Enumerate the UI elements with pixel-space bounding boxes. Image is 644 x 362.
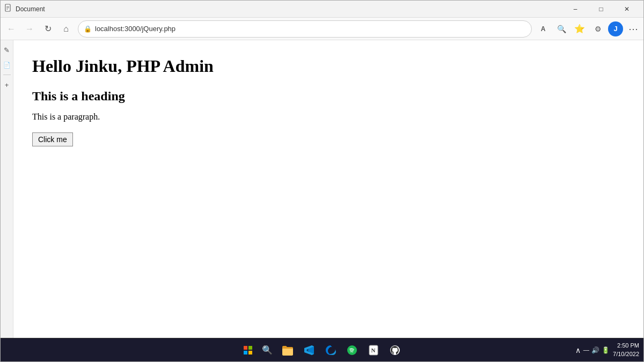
home-button[interactable]: ⌂ [57, 20, 75, 38]
address-bar: 🔒 [78, 20, 532, 38]
minimize-button[interactable]: – [563, 1, 588, 18]
sidebar-add-icon: + [5, 81, 9, 89]
taskbar-explorer-icon[interactable] [278, 341, 297, 360]
page-heading2: This is a heading [32, 89, 627, 104]
sound-icon: 🔊 [591, 346, 599, 354]
home-icon: ⌂ [63, 24, 69, 34]
start-button[interactable] [239, 342, 257, 359]
maximize-button[interactable]: □ [589, 1, 613, 18]
taskbar-right: ∧ ⸻ 🔊 🔋 2:50 PM 7/10/2022 [575, 342, 639, 358]
toolbar-right: A 🔍 ⭐ ⚙ J ⋯ [535, 21, 641, 37]
title-bar-left: Document [5, 4, 45, 14]
browser-sidebar: ✎ 📄 + [1, 40, 13, 338]
read-mode-button[interactable]: A [535, 21, 551, 37]
back-button[interactable]: ← [3, 20, 20, 38]
taskbar-vscode-icon[interactable] [299, 341, 319, 360]
svg-rect-6 [244, 351, 247, 354]
page-heading1: Hello Jinku, PHP Admin [32, 56, 627, 76]
svg-rect-4 [244, 346, 247, 350]
svg-text:N: N [371, 347, 376, 353]
browser-body: ✎ 📄 + Hello Jinku, PHP Admin This is a h… [1, 40, 643, 338]
browser-toolbar: ← → ↻ ⌂ 🔒 A 🔍 ⭐ ⚙ [1, 18, 643, 40]
back-icon: ← [7, 24, 16, 34]
taskbar-search-icon: 🔍 [262, 345, 273, 355]
taskbar: 🔍 [1, 338, 643, 361]
favorites-button[interactable]: ⭐ [572, 21, 588, 37]
forward-button[interactable]: → [21, 20, 38, 38]
taskbar-github-icon[interactable] [385, 341, 405, 360]
extensions-button[interactable]: ⚙ [590, 21, 606, 37]
reload-icon: ↻ [45, 24, 52, 34]
search-icon: 🔍 [557, 25, 566, 33]
forward-icon: → [25, 24, 34, 34]
reload-button[interactable]: ↻ [39, 20, 56, 38]
more-button[interactable]: ⋯ [625, 21, 641, 37]
window-title: Document [16, 5, 45, 13]
taskbar-notion-icon[interactable]: N [364, 341, 383, 360]
address-input[interactable] [95, 25, 526, 33]
browser-window: Document – □ ✕ ← → ↻ ⌂ 🔒 A [0, 0, 644, 362]
clock-time: 2:50 PM [613, 342, 639, 350]
extensions-icon: ⚙ [595, 25, 602, 33]
sidebar-favorites-icon: ✎ [4, 46, 10, 54]
taskbar-edge-icon[interactable] [321, 341, 340, 360]
wifi-icon: ⸻ [583, 346, 589, 354]
system-tray: ∧ ⸻ 🔊 🔋 [575, 346, 610, 354]
sidebar-add-button[interactable]: + [2, 79, 12, 90]
search-button[interactable]: 🔍 [553, 21, 569, 37]
taskbar-clock[interactable]: 2:50 PM 7/10/2022 [613, 342, 639, 358]
svg-rect-5 [248, 346, 252, 350]
more-icon: ⋯ [628, 23, 639, 35]
web-content: Hello Jinku, PHP Admin This is a heading… [13, 40, 643, 338]
close-button[interactable]: ✕ [614, 1, 639, 18]
sidebar-history-icon: 📄 [3, 62, 11, 69]
taskbar-center: 🔍 [239, 341, 405, 360]
title-bar: Document – □ ✕ [1, 1, 643, 18]
favorites-icon: ⭐ [574, 24, 585, 34]
clock-date: 7/10/2022 [613, 350, 639, 358]
click-me-button[interactable]: Click me [32, 132, 73, 146]
sidebar-history-button[interactable]: 📄 [2, 60, 12, 70]
page-paragraph: This is a paragraph. [32, 112, 627, 122]
profile-avatar[interactable]: J [608, 21, 623, 36]
svg-rect-7 [248, 351, 252, 354]
title-bar-controls: – □ ✕ [563, 1, 639, 18]
read-mode-icon: A [541, 25, 546, 33]
taskbar-search-button[interactable]: 🔍 [259, 342, 276, 359]
battery-icon: 🔋 [602, 346, 610, 354]
system-tray-chevron[interactable]: ∧ [575, 346, 581, 354]
taskbar-spotify-icon[interactable] [342, 341, 362, 360]
lock-icon: 🔒 [84, 25, 92, 33]
document-icon [5, 4, 12, 14]
sidebar-favorites-button[interactable]: ✎ [2, 45, 12, 55]
sidebar-divider [3, 75, 11, 75]
